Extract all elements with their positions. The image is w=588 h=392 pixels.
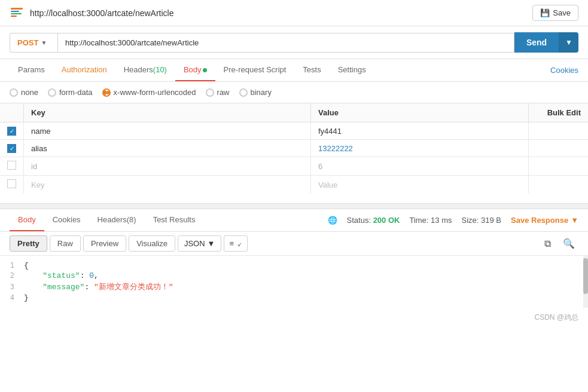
send-button-wrapper: Send ▼ xyxy=(514,32,578,53)
request-tabs-left: Params Authorization Headers(10) Body Pr… xyxy=(10,59,374,81)
row1-key[interactable]: name xyxy=(24,122,311,140)
size-value: 319 B xyxy=(481,216,501,225)
row1-check-cell[interactable] xyxy=(0,122,24,140)
top-bar: http://localhost:3000/artcate/newArticle… xyxy=(0,0,588,26)
code-line-2: 2 "status": 0, xyxy=(0,271,588,281)
time-value: 13 ms xyxy=(431,216,452,225)
table-row: name fy4441 xyxy=(0,122,588,140)
format-preview-button[interactable]: Preview xyxy=(83,235,126,252)
row4-check-cell[interactable] xyxy=(0,176,24,194)
topbar-url: http://localhost:3000/artcate/newArticle xyxy=(30,8,173,18)
body-options: none form-data x-www-form-urlencoded raw… xyxy=(0,82,588,103)
row2-checkbox[interactable] xyxy=(7,144,16,153)
row1-value[interactable]: fy4441 xyxy=(311,122,529,140)
request-tabs-row: Params Authorization Headers(10) Body Pr… xyxy=(0,59,588,82)
headers-badge: (10) xyxy=(153,65,167,74)
app-icon xyxy=(10,6,24,20)
format-right: ⧉ 🔍 xyxy=(541,235,578,252)
radio-none xyxy=(10,88,18,97)
svg-rect-2 xyxy=(11,13,22,14)
row2-key[interactable]: alias xyxy=(24,140,311,157)
response-tab-test-results[interactable]: Test Results xyxy=(145,209,204,231)
request-bar: POST ▼ Send ▼ xyxy=(0,26,588,59)
code-line-3: 3 "message": "新增文章分类成功！" xyxy=(0,281,588,293)
wrap-button[interactable]: ≡ ↙ xyxy=(224,235,247,252)
method-select[interactable]: POST ▼ xyxy=(10,33,57,53)
svg-rect-0 xyxy=(11,8,23,10)
row2-check-cell[interactable] xyxy=(0,140,24,157)
cookies-link[interactable]: Cookies xyxy=(550,60,578,81)
format-raw-button[interactable]: Raw xyxy=(50,235,81,252)
url-input[interactable] xyxy=(57,33,514,53)
tab-tests[interactable]: Tests xyxy=(294,59,329,81)
section-divider xyxy=(0,203,588,209)
copy-button[interactable]: ⧉ xyxy=(541,236,555,252)
tab-pre-request[interactable]: Pre-request Script xyxy=(215,59,295,81)
send-dropdown-button[interactable]: ▼ xyxy=(559,32,578,53)
row3-value[interactable]: 6 xyxy=(311,157,529,176)
save-icon: 💾 xyxy=(540,8,550,17)
format-pretty-button[interactable]: Pretty xyxy=(10,235,47,252)
wrap-arrow: ↙ xyxy=(237,241,242,247)
wrap-icon: ≡ xyxy=(229,239,234,248)
row3-key[interactable]: id xyxy=(24,157,311,176)
response-tab-body[interactable]: Body xyxy=(10,209,44,231)
response-tab-cookies[interactable]: Cookies xyxy=(44,209,89,231)
status-value: 200 OK xyxy=(373,216,400,225)
json-format-select[interactable]: JSON ▼ xyxy=(178,235,222,252)
chevron-down-icon: ▼ xyxy=(571,216,578,225)
response-tab-headers[interactable]: Headers(8) xyxy=(89,209,145,231)
table-row: alias 13222222 xyxy=(0,140,588,157)
save-response-button[interactable]: Save Response ▼ xyxy=(511,216,578,225)
tab-body[interactable]: Body xyxy=(175,59,215,81)
vertical-scrollbar[interactable] xyxy=(583,256,588,308)
scrollbar-thumb[interactable] xyxy=(583,258,588,294)
kv-table: Key Value Bulk Edit name fy4441 alias xyxy=(0,103,588,194)
format-bar: Pretty Raw Preview Visualize JSON ▼ ≡ ↙ … xyxy=(0,232,588,256)
tab-headers[interactable]: Headers(10) xyxy=(115,59,175,81)
tab-params[interactable]: Params xyxy=(10,59,53,81)
option-raw[interactable]: raw xyxy=(206,88,230,97)
search-button[interactable]: 🔍 xyxy=(559,235,578,252)
bulk-edit-header[interactable]: Bulk Edit xyxy=(528,103,588,122)
row4-action xyxy=(528,176,588,194)
watermark: CSDN @鸡总 xyxy=(0,308,588,327)
check-col-header xyxy=(0,103,24,122)
option-none[interactable]: none xyxy=(10,88,38,97)
row4-key[interactable]: Key xyxy=(24,176,311,194)
row2-value[interactable]: 13222222 xyxy=(311,140,529,157)
radio-raw xyxy=(206,88,214,97)
globe-icon: 🌐 xyxy=(328,216,337,225)
method-label: POST xyxy=(17,38,38,47)
save-button[interactable]: 💾 Save xyxy=(532,5,578,21)
chevron-down-icon: ▼ xyxy=(208,239,215,248)
row4-checkbox[interactable] xyxy=(7,179,16,188)
tab-settings[interactable]: Settings xyxy=(330,59,374,81)
row4-value[interactable]: Value xyxy=(311,176,529,194)
row3-action xyxy=(528,157,588,176)
code-area: 1 { 2 "status": 0, 3 "message": "新增文章分类成… xyxy=(0,256,588,308)
table-row: Key Value xyxy=(0,176,588,194)
code-line-4: 4 } xyxy=(0,293,588,303)
radio-urlencoded xyxy=(102,88,111,97)
svg-rect-3 xyxy=(11,16,17,17)
option-form-data[interactable]: form-data xyxy=(48,88,93,97)
chevron-down-icon: ▼ xyxy=(41,39,47,46)
format-visualize-button[interactable]: Visualize xyxy=(129,235,175,252)
row3-checkbox[interactable] xyxy=(7,161,16,170)
kv-table-container: Key Value Bulk Edit name fy4441 alias xyxy=(0,103,588,194)
code-line-1: 1 { xyxy=(0,261,588,271)
option-binary[interactable]: binary xyxy=(239,88,272,97)
row1-checkbox[interactable] xyxy=(7,127,16,136)
body-active-dot xyxy=(203,68,207,72)
radio-form-data xyxy=(48,88,56,97)
table-row: id 6 xyxy=(0,157,588,176)
tab-authorization[interactable]: Authorization xyxy=(53,59,115,81)
row2-action xyxy=(528,140,588,157)
svg-rect-1 xyxy=(11,11,19,12)
send-button[interactable]: Send xyxy=(514,32,559,53)
value-col-header: Value xyxy=(311,103,529,122)
option-urlencoded[interactable]: x-www-form-urlencoded xyxy=(102,88,196,97)
row3-check-cell[interactable] xyxy=(0,157,24,176)
response-tabs-left: Body Cookies Headers(8) Test Results xyxy=(10,209,203,231)
